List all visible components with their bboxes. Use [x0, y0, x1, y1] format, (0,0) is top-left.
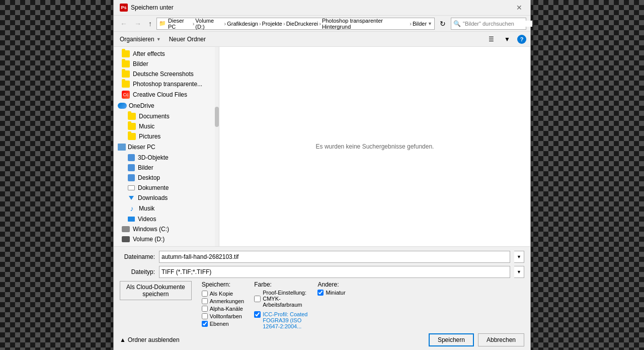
breadcrumb-item: Grafikdesign: [227, 21, 258, 27]
chevron-up-icon: ▲: [120, 336, 126, 343]
images-icon: [128, 164, 135, 171]
bottom-section: Dateiname: ▼ Dateityp: TIFF (*.TIF;*.TIF…: [114, 246, 530, 350]
search-input[interactable]: [463, 21, 532, 27]
search-box[interactable]: 🔍: [451, 18, 526, 30]
view-dropdown-button[interactable]: ▼: [501, 33, 513, 45]
sidebar-item-windows-c[interactable]: Windows (C:): [114, 224, 219, 234]
video-icon: [128, 217, 135, 222]
ebenen-checkbox[interactable]: [202, 321, 208, 327]
folder-icon: [122, 60, 130, 67]
help-button[interactable]: ?: [517, 35, 526, 44]
hdd-icon: [122, 236, 130, 242]
3d-icon: [128, 154, 135, 161]
filetype-dropdown-button[interactable]: ▼: [514, 266, 524, 278]
breadcrumb[interactable]: 📁 Dieser PC › Volume (D:) › Grafikdesign…: [156, 18, 435, 30]
anmerkungen-checkbox[interactable]: [202, 298, 208, 304]
folder-icon: [122, 81, 130, 88]
breadcrumb-dropdown[interactable]: ▼: [428, 21, 432, 26]
save-button[interactable]: Speichern: [429, 333, 474, 346]
sidebar: After effects Bilder Deutsche Screenshot…: [114, 47, 219, 246]
anmerkungen-label: Anmerkungen: [210, 298, 245, 304]
sidebar-item-3d-objects[interactable]: 3D-Objekte: [114, 153, 219, 163]
icc-checkbox[interactable]: [254, 311, 261, 318]
sidebar-item-dokumente[interactable]: Dokumente: [114, 183, 219, 193]
desktop-icon: [128, 174, 135, 181]
filetype-label: Dateityp:: [120, 268, 155, 275]
action-bar: Organisieren ▼ Neuer Ordner ☰ ▼ ?: [114, 32, 530, 47]
filename-dropdown-button[interactable]: ▼: [514, 251, 524, 263]
alpha-kanaele-label: Alpha-Kanäle: [210, 306, 243, 312]
dialog-title: Speichern unter: [131, 4, 174, 11]
andere-label: Andere:: [317, 281, 345, 288]
sidebar-item-desktop[interactable]: Desktop: [114, 173, 219, 183]
sidebar-item-pictures-onedrive[interactable]: Pictures: [114, 131, 219, 142]
sidebar-section-this-pc[interactable]: Dieser PC: [114, 142, 219, 153]
sidebar-item-videos[interactable]: Videos: [114, 214, 219, 224]
new-folder-button[interactable]: Neuer Ordner: [167, 35, 208, 44]
proof-label: Proof-Einstellung:CMYK-Arbeitsfarbraum: [263, 290, 306, 308]
app-icon: Ps: [120, 4, 128, 12]
filename-label: Dateiname:: [120, 253, 155, 260]
title-bar: Ps Speichern unter ✕: [114, 0, 530, 16]
back-button[interactable]: ←: [118, 18, 130, 29]
als-kopie-checkbox[interactable]: [202, 291, 208, 297]
farbe-options-group: Farbe: Proof-Einstellung:CMYK-Arbeitsfar…: [254, 281, 307, 329]
ebenen-label: Ebenen: [210, 321, 229, 327]
pc-icon: [118, 144, 126, 151]
als-kopie-label: Als Kopie: [210, 291, 233, 297]
cancel-button[interactable]: Abbrechen: [478, 333, 524, 346]
farbe-label: Farbe:: [254, 281, 307, 288]
miniatur-label: Miniatur: [326, 290, 345, 296]
folder-toggle[interactable]: ▲ Ordner ausblenden: [120, 336, 180, 343]
breadcrumb-item: Bilder: [413, 21, 427, 27]
folder-icon: [122, 71, 130, 78]
close-button[interactable]: ✕: [514, 3, 524, 13]
nav-toolbar: ← → ↑ 📁 Dieser PC › Volume (D:) › Grafik…: [114, 16, 530, 32]
breadcrumb-item: Projekte: [262, 21, 282, 27]
sidebar-item-creative-cloud[interactable]: Cc Creative Cloud Files: [114, 89, 219, 100]
sidebar-item-music-onedrive[interactable]: Music: [114, 121, 219, 131]
onedrive-icon: [118, 103, 127, 109]
filename-input[interactable]: [159, 251, 510, 263]
breadcrumb-item: Volume (D:): [195, 18, 223, 30]
filetype-select[interactable]: TIFF (*.TIF;*.TIFF): [159, 266, 510, 278]
proof-checkbox[interactable]: [254, 296, 261, 302]
forward-button[interactable]: →: [132, 18, 144, 29]
music-icon: ♪: [128, 204, 136, 213]
sidebar-item-volume-d[interactable]: Volume (D:): [114, 234, 219, 244]
sidebar-item-downloads[interactable]: Downloads: [114, 193, 219, 203]
folder-breadcrumb-icon: 📁: [159, 20, 166, 27]
folder-icon: [122, 50, 130, 57]
organize-button[interactable]: Organisieren ▼: [118, 35, 163, 44]
sidebar-item-documents[interactable]: Documents: [114, 111, 219, 121]
sidebar-item-musik[interactable]: ♪ Musik: [114, 203, 219, 214]
hdd-icon: [122, 226, 130, 232]
refresh-button[interactable]: ↻: [437, 18, 449, 30]
sidebar-item-after-effects[interactable]: After effects: [114, 49, 219, 59]
creative-cloud-icon: Cc: [122, 91, 130, 99]
folder-toggle-label: Ordner ausblenden: [128, 336, 180, 343]
breadcrumb-item: DieDruckerei: [286, 21, 318, 27]
sidebar-item-deutsche-screenshots[interactable]: Deutsche Screenshots: [114, 69, 219, 79]
sidebar-item-photoshop-transparente[interactable]: Photoshop transparente...: [114, 79, 219, 89]
breadcrumb-item: Photoshop transparenter Hintergrund: [322, 18, 409, 30]
cloud-save-button[interactable]: Als Cloud-Dokumentespeichern: [120, 281, 192, 300]
downloads-icon: [128, 194, 135, 201]
miniatur-checkbox[interactable]: [317, 290, 324, 296]
folder-icon: [128, 113, 136, 120]
breadcrumb-item: 📁 Dieser PC: [159, 18, 192, 30]
sidebar-item-bilder-recent[interactable]: Bilder: [114, 59, 219, 69]
folder-icon: [128, 133, 136, 140]
andere-options-group: Andere: Miniatur: [317, 281, 345, 296]
up-button[interactable]: ↑: [146, 18, 154, 29]
search-icon: 🔍: [453, 20, 461, 27]
view-toggle-button[interactable]: ☰: [485, 33, 497, 45]
alpha-kanaele-checkbox[interactable]: [202, 306, 208, 312]
sidebar-item-bilder-pc[interactable]: Bilder: [114, 163, 219, 173]
docs-icon: [128, 185, 135, 190]
volltonfarben-checkbox[interactable]: [202, 313, 208, 319]
save-options-group: Speichern: Als Kopie Anmerkungen Alpha-K…: [202, 281, 245, 327]
sidebar-section-onedrive[interactable]: OneDrive: [114, 100, 219, 111]
empty-message: Es wurden keine Suchergebnisse gefunden.: [316, 143, 434, 150]
save-options-label: Speichern:: [202, 281, 245, 288]
